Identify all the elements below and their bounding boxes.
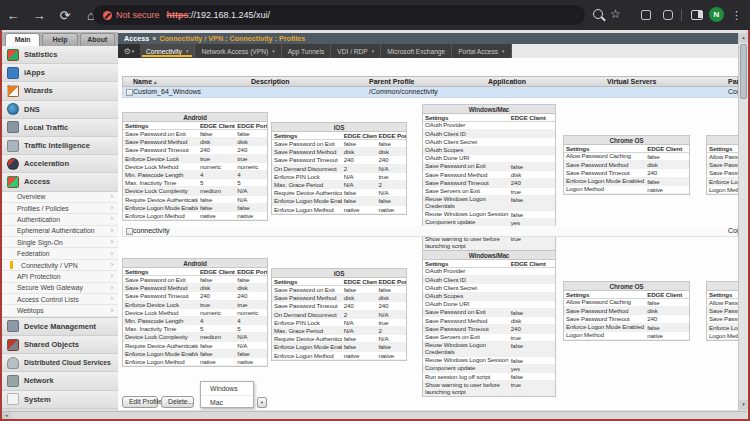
submenu-item-secure-web-gateway[interactable]: Secure Web Gateway› (2, 283, 118, 294)
tab-portal-access[interactable]: Portal Access▾ (452, 44, 511, 58)
sidebar-item-system[interactable]: System (2, 391, 118, 409)
expand-toggle-icon[interactable] (126, 89, 133, 96)
setting-cell: OAuth Client ID (423, 130, 509, 137)
tab-connectivity[interactable]: Connectivity▾ (140, 44, 195, 58)
edit-profile-button[interactable]: Edit Profile (122, 396, 158, 408)
submenu-item-single-sign-on[interactable]: Single Sign-On› (2, 237, 118, 248)
column-application[interactable]: Application (488, 77, 526, 87)
setting-cell: true (235, 155, 267, 162)
submenu-item-authentication[interactable]: Authentication› (2, 214, 118, 225)
extension-icon[interactable] (641, 10, 651, 20)
profile-name[interactable]: connectivity (133, 226, 170, 236)
menu-kebab-icon[interactable]: ⋮ (731, 8, 742, 22)
scroll-up-icon[interactable]: ▲ (739, 33, 748, 43)
setting-cell: 240 (645, 315, 689, 322)
tab-app-tunnels[interactable]: App Tunnels (282, 44, 332, 58)
tab-about[interactable]: About (80, 33, 115, 46)
setting-row: On Demand Disconnect2N/A (272, 311, 406, 319)
platform-title: Android (123, 259, 267, 268)
sidebar-item-acceleration[interactable]: Acceleration (2, 155, 118, 173)
sidebar-item-traffic-intelligence[interactable]: Traffic Intelligence (2, 137, 118, 155)
table-row[interactable]: connectivity Common (122, 226, 738, 237)
bookmark-star-icon[interactable]: ☆ (610, 7, 621, 21)
extensions-puzzle-icon[interactable] (663, 10, 673, 20)
search-icon[interactable] (593, 9, 603, 19)
setting-row: Device Lock ComplexitymediumN/A (123, 333, 267, 341)
sidebar-item-wizards[interactable]: Wizards (2, 82, 118, 100)
profile-name[interactable]: Custom_64_Windows (133, 87, 201, 97)
setting-cell: Save Password Method (707, 161, 738, 168)
setting-cell: true (377, 319, 406, 326)
back-icon[interactable]: ← (0, 8, 26, 23)
submenu-label: API Protection (17, 273, 60, 280)
column-virtual-servers[interactable]: Virtual Servers (607, 77, 656, 87)
menu-item-mac[interactable]: Mac (201, 395, 253, 408)
setting-cell: native (235, 212, 267, 219)
sidebar-item-distributed-cloud-services[interactable]: Distributed Cloud Services (2, 354, 118, 372)
not-secure-badge[interactable]: Not secure (103, 10, 160, 20)
scroll-down-icon[interactable]: ▼ (739, 400, 748, 410)
access-submenu: Overview› Profiles / Policies› Authentic… (2, 192, 118, 318)
submenu-item-overview[interactable]: Overview› (2, 192, 118, 203)
tab-options-button[interactable]: ⚙▾ (118, 44, 140, 58)
column-description[interactable]: Description (251, 77, 290, 87)
vertical-scrollbar[interactable]: ▲ ▼ (738, 33, 747, 410)
setting-cell: Save Password on Exit (423, 309, 509, 316)
setting-row: Reuse Windows Logon Credentialsfalse (423, 196, 555, 211)
setting-cell: 240 (198, 292, 235, 299)
sidebar-item-local-traffic[interactable]: Local Traffic (2, 119, 118, 137)
scrollbar-thumb[interactable] (740, 44, 747, 99)
setting-cell: Max. Inactivity Time (123, 179, 198, 186)
setting-cell: Run session log off script (423, 373, 509, 380)
address-bar[interactable]: Not secure https://192.168.1.245/xui/ (93, 5, 585, 25)
scroll-left-icon[interactable]: ◂ (2, 412, 11, 419)
sidebar-item-iapps[interactable]: iApps (2, 64, 118, 82)
submenu-label: Overview (17, 193, 45, 200)
horizontal-scrollbar[interactable]: ◂ (2, 411, 747, 419)
tab-microsoft-exchange[interactable]: Microsoft Exchange (381, 44, 452, 58)
sidebar-item-device-management[interactable]: Device Management (2, 318, 118, 336)
submenu-item-webtops[interactable]: Webtops› (2, 305, 118, 316)
reload-icon[interactable]: ⟳ (52, 8, 78, 23)
setting-cell: Logon Method (564, 186, 645, 193)
settings-header: SettingsEDGE ClientEDGE Portal (272, 278, 406, 286)
expand-toggle-icon[interactable] (126, 228, 133, 235)
setting-row: Save Password Method (707, 307, 738, 315)
delete-button[interactable]: Delete... (161, 396, 194, 408)
system-icon (7, 393, 19, 405)
submenu-item-access-control-lists[interactable]: Access Control Lists› (2, 294, 118, 305)
setting-cell: Device Lock Complexity (123, 333, 198, 340)
sidebar-item-statistics[interactable]: Statistics (2, 46, 118, 64)
sidebar-item-access[interactable]: Access (2, 173, 118, 191)
tab-network-access-vpn[interactable]: Network Access (VPN)▾ (195, 44, 281, 58)
tab-vdi-rdp[interactable]: VDI / RDP▾ (331, 44, 381, 58)
setting-row: Save Password Methoddisk (564, 307, 689, 315)
menu-item-windows[interactable]: Windows (201, 382, 253, 395)
setting-cell: Show warning to user before launching sc… (423, 235, 509, 249)
profile-avatar[interactable]: N (709, 7, 724, 22)
tab-help[interactable]: Help (42, 33, 77, 46)
column-parent-profile[interactable]: Parent Profile (369, 77, 415, 87)
column-name[interactable]: Name ▴ (133, 77, 157, 88)
setting-row: Logon Methodnative (564, 186, 689, 194)
submenu-item-ephemeral-authentication[interactable]: Ephemeral Authentication› (2, 226, 118, 237)
chevron-down-icon: ▾ (372, 48, 375, 54)
sidebar-item-dns[interactable]: DNS (2, 101, 118, 119)
submenu-item-profiles-policies[interactable]: Profiles / Policies› (2, 203, 118, 214)
split-button-arrow[interactable]: ▾ (257, 397, 267, 408)
setting-row: Max. Inactivity Time55 (123, 325, 267, 333)
side-panel-icon[interactable] (691, 10, 703, 20)
submenu-item-connectivity-vpn[interactable]: Connectivity / VPN› (2, 260, 118, 271)
sidebar-item-network[interactable]: Network (2, 372, 118, 390)
breadcrumb-root[interactable]: Access (124, 34, 149, 43)
submenu-item-api-protection[interactable]: API Protection› (2, 271, 118, 282)
column-partition[interactable]: Partition (728, 77, 738, 87)
forward-icon[interactable]: → (26, 8, 52, 23)
setting-row: On Demand Disconnect2N/A (272, 165, 406, 173)
sidebar-item-shared-objects[interactable]: Shared Objects (2, 336, 118, 354)
setting-row: Save Password Methoddiskdisk (123, 138, 267, 146)
table-row[interactable]: Custom_64_Windows /Common/connectivity C… (122, 87, 738, 98)
submenu-item-federation[interactable]: Federation› (2, 248, 118, 259)
tab-main[interactable]: Main (5, 33, 40, 46)
setting-row: Save Password Methoddisk (423, 171, 555, 179)
